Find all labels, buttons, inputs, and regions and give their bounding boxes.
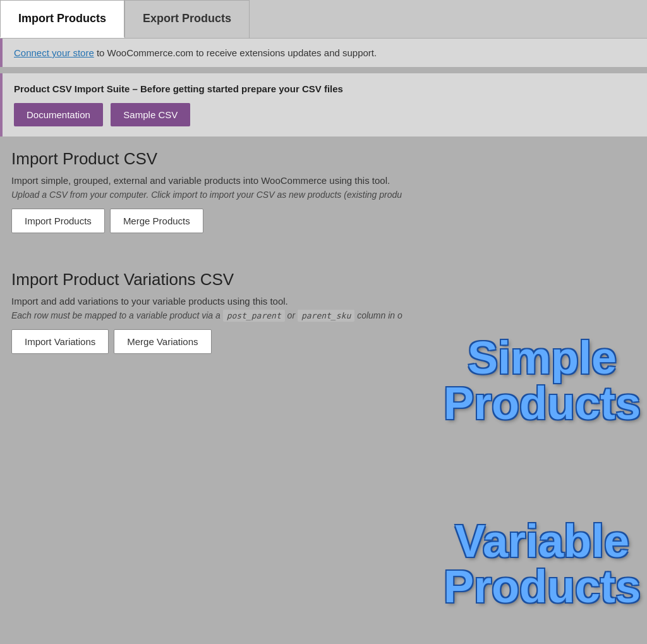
import-variations-csv-note: Each row must be mapped to a variable pr…: [11, 310, 636, 320]
import-product-btn-group: Import Products Merge Products: [11, 209, 636, 233]
import-products-button[interactable]: Import Products: [11, 209, 105, 233]
note-code1: post_parent: [223, 310, 285, 322]
import-variations-csv-title: Import Product Variations CSV: [11, 270, 636, 289]
import-product-csv-note: Upload a CSV from your computer. Click i…: [11, 190, 636, 200]
note-mid: or: [285, 310, 298, 320]
info-box-text: Product CSV Import Suite – Before gettin…: [14, 83, 636, 94]
note-suffix: column in o: [354, 310, 402, 320]
connect-store-link[interactable]: Connect your store: [14, 47, 94, 58]
tabs-bar: Import Products Export Products: [0, 0, 647, 39]
simple-products-line2: Products: [444, 380, 641, 426]
import-product-csv-section: Import Product CSV Import simple, groupe…: [0, 137, 647, 257]
note-code2: parent_sku: [298, 310, 354, 322]
notice-bar: Connect your store to WooCommerce.com to…: [0, 39, 647, 67]
tab-export-products[interactable]: Export Products: [124, 0, 250, 38]
merge-variations-button[interactable]: Merge Variations: [114, 329, 211, 354]
import-product-csv-desc: Import simple, grouped, external and var…: [11, 175, 636, 186]
import-product-csv-title: Import Product CSV: [11, 149, 636, 169]
variable-products-line1: Variable: [444, 518, 641, 564]
import-variations-btn-group: Import Variations Merge Variations: [11, 329, 636, 354]
import-variations-csv-desc: Import and add variations to your variab…: [11, 296, 636, 307]
info-box: Product CSV Import Suite – Before gettin…: [0, 73, 647, 137]
documentation-button[interactable]: Documentation: [14, 103, 103, 126]
sample-csv-button[interactable]: Sample CSV: [111, 103, 190, 126]
import-variations-csv-section: Import Product Variations CSV Import and…: [0, 257, 647, 378]
notice-text: to WooCommerce.com to receive extensions…: [94, 47, 377, 58]
tab-import-products[interactable]: Import Products: [0, 0, 124, 38]
variable-products-overlay: Variable Products: [444, 518, 641, 609]
variable-products-line2: Products: [444, 564, 641, 609]
import-variations-button[interactable]: Import Variations: [11, 329, 109, 354]
merge-products-button[interactable]: Merge Products: [110, 209, 203, 233]
note-prefix: Each row must be mapped to a variable pr…: [11, 310, 223, 320]
